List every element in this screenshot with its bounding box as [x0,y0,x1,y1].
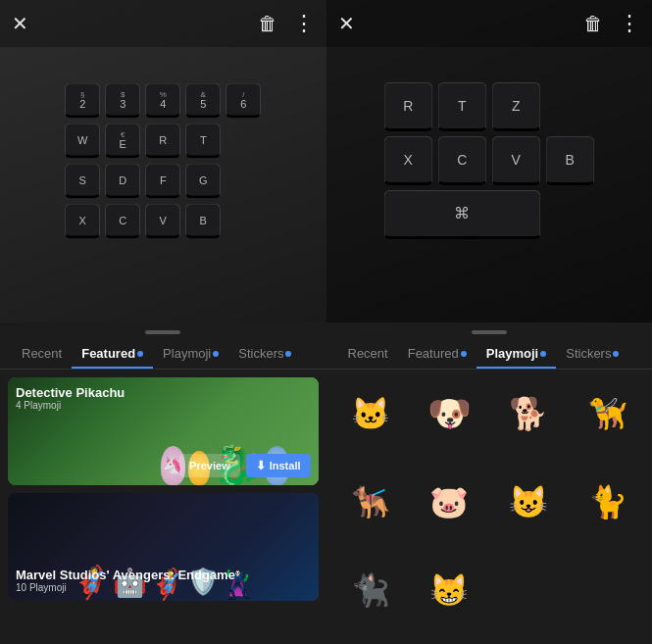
delete-icon[interactable]: 🗑 [583,13,603,35]
tab-playmoji-right[interactable]: Playmoji [476,342,556,369]
key: V [491,136,540,185]
playmoji-dot-left [213,351,219,357]
animal-dog-brown: 🐕‍🦺 [351,486,390,518]
animal-dog-shiba: 🐕 [509,398,548,429]
list-item[interactable]: 🐶 [413,377,486,451]
key: D [105,164,140,199]
top-bar-right: ✕ 🗑 ⋮ [326,0,653,47]
animal-pig: 🐷 [429,486,469,518]
top-bar-left: ✕ 🗑 ⋮ [0,0,326,47]
keyboard-image-left: § 2 $ 3 % 4 & 5 / 6 [0,0,326,322]
animal-dog-lying: 🐶 [427,396,472,431]
tab-featured-right[interactable]: Featured [398,342,476,369]
key: G [185,164,221,199]
key: T [185,124,221,159]
install-button-pikachu[interactable]: ⬇ Install [246,454,311,477]
preview-button-pikachu[interactable]: Preview [179,454,240,477]
key: V [145,204,180,239]
key: / 6 [226,83,261,119]
key: C [437,136,486,185]
tab-recent-right[interactable]: Recent [338,342,398,369]
pack-subtitle-avengers: 10 Playmoji [16,582,235,593]
list-item[interactable]: 🦮 [571,377,644,451]
featured-dot-left [137,351,143,357]
pack-subtitle-pikachu: 4 Playmoji [16,400,125,411]
animal-cat-small: 🐈‍⬛ [351,574,390,606]
keys-left: § 2 $ 3 % 4 & 5 / 6 [65,83,261,239]
quadrant-bottom-left: Recent Featured Playmoji Stickers 🦄 ⚡ 🐉 … [0,322,326,645]
list-item[interactable]: 🐕 [492,377,566,451]
key: T [437,82,486,131]
key: C [105,204,140,239]
keyboard-image-right: R T Z X C V B ⌘ [326,0,653,322]
pack-title-pikachu: Detective Pikachu [16,385,125,400]
key: Z [491,82,540,131]
key: R [383,82,432,131]
key: S [65,164,100,199]
tabs-left: Recent Featured Playmoji Stickers [0,334,326,370]
animal-cat-orange: 🐈 [588,486,627,518]
list-item[interactable]: 🐈‍⬛ [334,554,408,627]
key: & 5 [185,83,221,119]
top-bar-right-icons-2: 🗑 ⋮ [583,11,640,36]
pack-card-pikachu[interactable]: 🦄 ⚡ 🐉 🐢 Detective Pikachu 4 Playmoji Pre… [8,377,319,485]
list-item[interactable]: 🐷 [413,466,486,539]
top-bar-right-icons: 🗑 ⋮ [258,11,315,36]
list-item[interactable]: 🐈 [571,466,644,539]
download-icon: ⬇ [256,459,266,472]
animal-cat-fluffy: 😺 [509,486,548,518]
stickers-dot-left [285,351,291,357]
key: § 2 [65,83,100,119]
key: X [65,204,100,239]
tab-recent-left[interactable]: Recent [12,342,72,369]
quadrant-top-left: § 2 $ 3 % 4 & 5 / 6 [0,0,326,322]
tab-stickers-right[interactable]: Stickers [556,342,628,369]
key: B [185,204,221,239]
more-icon[interactable]: ⋮ [293,11,315,36]
animal-cat-gray: 🐱 [351,398,390,429]
key: B [545,136,594,185]
list-item[interactable]: 😺 [492,466,566,539]
tab-stickers-left[interactable]: Stickers [228,342,301,369]
pack-actions-pikachu: Preview ⬇ Install [179,454,310,477]
key: X [383,136,432,185]
key-spacebar: ⌘ [383,190,540,239]
playmoji-dot-right [540,351,546,357]
featured-dot-right [461,351,467,357]
list-item[interactable]: 🐱 [334,377,408,451]
key: € E [105,124,140,159]
close-icon[interactable]: ✕ [338,12,355,35]
tabs-right: Recent Featured Playmoji Stickers [326,334,653,370]
more-icon[interactable]: ⋮ [619,11,640,36]
key: % 4 [145,83,180,119]
featured-content: 🦄 ⚡ 🐉 🐢 Detective Pikachu 4 Playmoji Pre… [0,370,326,645]
quadrant-top-right: R T Z X C V B ⌘ ✕ 🗑 ⋮ [326,0,653,322]
key: F [145,164,180,199]
delete-icon[interactable]: 🗑 [258,13,277,35]
list-item[interactable]: 🐕‍🦺 [334,466,408,539]
pack-card-avengers[interactable]: 🦸 🤖 🦸‍♂️ 🛡️ 🦹 Marvel Studios' Avengers: … [8,493,319,601]
playmoji-grid: 🐱 🐶 🐕 🦮 🐕‍🦺 🐷 😺 🐈 🐈‍⬛ 😸 [326,370,653,645]
key: R [145,124,180,159]
key: $ 3 [105,83,140,119]
animal-cat-dark: 😸 [429,574,469,606]
close-icon[interactable]: ✕ [12,12,28,35]
key: W [65,124,100,159]
tab-featured-left[interactable]: Featured [72,342,153,369]
animal-dog-golden: 🦮 [588,398,627,429]
stickers-dot-right [613,351,619,357]
quadrant-bottom-right: Recent Featured Playmoji Stickers 🐱 🐶 🐕 … [326,322,653,645]
keys-right: R T Z X C V B ⌘ [383,82,594,239]
pack-title-avengers: Marvel Studios' Avengers: Endgame [16,568,235,582]
tab-playmoji-left[interactable]: Playmoji [153,342,228,369]
list-item[interactable]: 😸 [413,554,486,627]
